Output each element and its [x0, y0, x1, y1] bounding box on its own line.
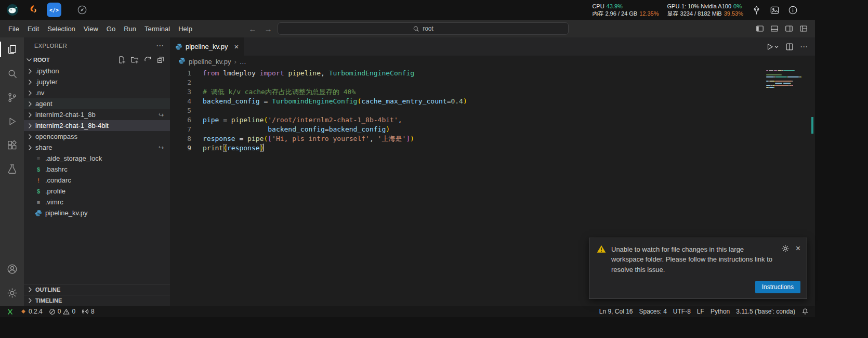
code-line-4[interactable]: backend_config = TurbomindEngineConfig(c…	[203, 97, 467, 106]
tree-file-.condarc[interactable]: !.condarc	[24, 175, 170, 186]
tree-file-pipeline_kv.py[interactable]: pipeline_kv.py	[24, 207, 170, 218]
back-icon[interactable]: ←	[246, 24, 259, 33]
code-line-7[interactable]: backend_config=backend_config)	[203, 125, 467, 134]
cpu-value: 43.9%	[607, 3, 623, 9]
layout-customize-icon[interactable]	[799, 24, 808, 33]
run-icon[interactable]	[766, 43, 779, 51]
menu-selection[interactable]: Selection	[43, 23, 79, 35]
tree-file-.vimrc[interactable]: ≡.vimrc	[24, 197, 170, 207]
tab-close-icon[interactable]: ×	[234, 42, 239, 51]
status-utf-8[interactable]: UTF-8	[670, 306, 694, 317]
menu-help[interactable]: Help	[174, 23, 196, 35]
tree-file-.profile[interactable]: $.profile	[24, 186, 170, 197]
app-flame-icon[interactable]	[26, 3, 41, 17]
activity-run-and-debug[interactable]	[0, 109, 24, 133]
tree-folder-.nv[interactable]: .nv	[24, 87, 170, 98]
minimap-line-mark	[792, 81, 793, 82]
status-lf[interactable]: LF	[694, 306, 707, 317]
image-icon[interactable]	[770, 5, 780, 15]
tree-item-label: opencompass	[35, 133, 77, 140]
breadcrumb-separator-icon: ›	[234, 58, 236, 66]
layout-panel-icon[interactable]	[770, 24, 779, 33]
status-ln-9-col-16[interactable]: Ln 9, Col 16	[596, 306, 636, 317]
section-outline[interactable]: OUTLINE	[24, 284, 170, 295]
ports-indicator[interactable]: 8	[78, 306, 98, 317]
tree-folder-agent[interactable]: agent	[24, 98, 170, 109]
problems-indicator[interactable]: 0 0	[46, 306, 78, 317]
menu-edit[interactable]: Edit	[23, 23, 43, 35]
split-editor-icon[interactable]	[785, 43, 794, 51]
menu-view[interactable]: View	[80, 23, 102, 35]
activity-explorer[interactable]	[0, 37, 24, 61]
activity-extensions[interactable]	[0, 133, 24, 157]
breadcrumb-file[interactable]: pipeline_kv.py	[189, 58, 231, 66]
code-line-8[interactable]: response = pipe(['Hi, pls intro yourself…	[203, 134, 467, 144]
ports-count: 8	[91, 308, 95, 315]
line-number: 7	[170, 125, 191, 134]
extension-icon	[20, 308, 27, 315]
tree-folder-internlm2-chat-1_8b-4bit[interactable]: internlm2-chat-1_8b-4bit	[24, 120, 170, 131]
notification-close-icon[interactable]: ×	[796, 244, 800, 253]
root-section-header[interactable]: ROOT	[24, 54, 170, 66]
code-line-9[interactable]: print(response)	[203, 144, 467, 153]
explorer-more-icon[interactable]: ⋯	[156, 41, 164, 50]
root-actions	[117, 56, 170, 64]
activity-search[interactable]	[0, 61, 24, 85]
menu-file[interactable]: File	[4, 23, 23, 35]
cpu-memory-stats: CPU43.9% 内存 2.96 / 24 GB12.35%	[592, 3, 659, 17]
symlink-icon: ↪	[159, 144, 170, 151]
activity-bottom	[0, 257, 24, 305]
new-file-icon[interactable]	[117, 56, 126, 64]
tree-folder-.jupyter[interactable]: .jupyter	[24, 76, 170, 87]
status-python[interactable]: Python	[707, 306, 733, 317]
minimap[interactable]	[766, 70, 807, 107]
notifications-bell[interactable]	[798, 306, 812, 317]
forward-icon[interactable]: →	[262, 24, 274, 33]
status-3-11-5-base-conda[interactable]: 3.11.5 ('base': conda)	[733, 306, 798, 317]
new-folder-icon[interactable]	[130, 56, 139, 64]
more-actions-icon[interactable]: ⋯	[800, 42, 808, 51]
app-code-server-icon[interactable]: </>	[47, 3, 61, 17]
error-count: 0	[58, 308, 61, 315]
tab-pipeline_kv-py[interactable]: pipeline_kv.py ×	[170, 37, 244, 56]
section-timeline[interactable]: TIMELINE	[24, 295, 170, 306]
code-line-2[interactable]	[203, 78, 467, 87]
tree-icon[interactable]	[752, 5, 761, 15]
layout-sidebar-right-icon[interactable]	[785, 24, 793, 33]
activity-testing[interactable]	[0, 157, 24, 181]
gpu-label: GPU-1: 10% Nvidia A100	[667, 3, 732, 9]
tree-file-.aide_storage_lock[interactable]: ≡.aide_storage_lock	[24, 153, 170, 164]
tree-folder-share[interactable]: share↪	[24, 142, 170, 153]
code-line-6[interactable]: pipe = pipeline('/root/internlm2-chat-1_…	[203, 115, 467, 125]
app-compass-icon[interactable]	[75, 3, 89, 17]
layout-sidebar-left-icon[interactable]	[756, 24, 764, 33]
breadcrumb[interactable]: pipeline_kv.py › …	[170, 56, 815, 67]
info-icon[interactable]	[788, 5, 798, 15]
remote-indicator[interactable]	[3, 306, 17, 317]
status-spaces-4[interactable]: Spaces: 4	[636, 306, 669, 317]
code-line-3[interactable]: # 调低 k/v cache内存占比调整为总显存的 40%	[203, 87, 467, 97]
instructions-button[interactable]: Instructions	[755, 281, 800, 293]
activity-source-control[interactable]	[0, 85, 24, 109]
tree-folder-opencompass[interactable]: opencompass	[24, 131, 170, 142]
code-line-5[interactable]	[203, 106, 467, 115]
app-whale-icon[interactable]	[5, 3, 20, 17]
notification-gear-icon[interactable]	[781, 244, 790, 253]
menu-run[interactable]: Run	[120, 23, 140, 35]
tree-item-label: agent	[35, 100, 52, 108]
collapse-all-icon[interactable]	[156, 56, 165, 64]
breadcrumb-more[interactable]: …	[240, 58, 246, 66]
refresh-icon[interactable]	[143, 56, 152, 64]
menu-terminal[interactable]: Terminal	[140, 23, 174, 35]
command-center-search[interactable]: root	[278, 22, 569, 35]
tree-file-.bashrc[interactable]: $.bashrc	[24, 164, 170, 175]
activity-settings[interactable]	[0, 281, 24, 305]
menu-go[interactable]: Go	[102, 23, 120, 35]
code-line-1[interactable]: from lmdeploy import pipeline, Turbomind…	[203, 69, 467, 78]
minimap-line-mark	[775, 81, 793, 82]
activity-account[interactable]	[0, 257, 24, 281]
extension-version[interactable]: 0.2.4	[17, 306, 46, 317]
minimap-line-mark	[769, 70, 773, 71]
tree-folder-.ipython[interactable]: .ipython	[24, 66, 170, 76]
tree-folder-internlm2-chat-1_8b[interactable]: internlm2-chat-1_8b↪	[24, 109, 170, 120]
